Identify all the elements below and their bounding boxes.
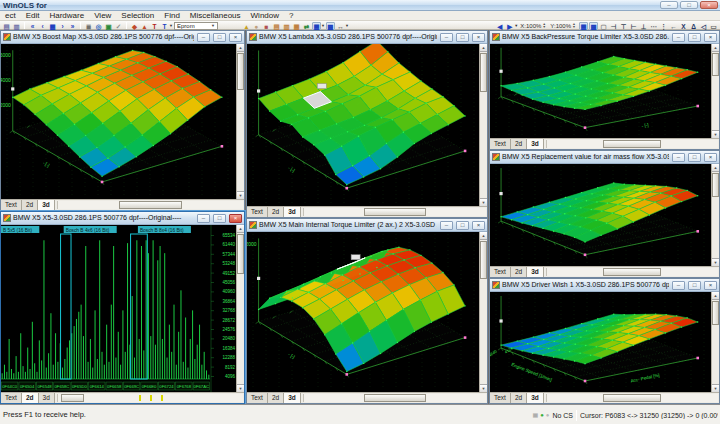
tab-text[interactable]: Text bbox=[1, 393, 22, 403]
window-titlebar[interactable]: BMW X5 Lambda X5-3.0SD 286.1PS 500776 dp… bbox=[247, 31, 487, 44]
scroll-down-icon[interactable]: ▼ bbox=[480, 384, 487, 392]
tab-text[interactable]: Text bbox=[247, 393, 268, 403]
window-titlebar[interactable]: BMW X5 BackPressure Torque Limiter X5-3.… bbox=[490, 31, 719, 44]
overview-hex-hex-plot[interactable]: B 5x5 (16 Bit)Bosch B 4x6 (16 Bit)Bosch … bbox=[1, 225, 236, 392]
eprom-selector[interactable]: Eprom▼ bbox=[174, 22, 218, 30]
text-x-icon[interactable]: X bbox=[679, 22, 688, 30]
maps-pack-2d-icon[interactable]: ▤ bbox=[272, 22, 281, 30]
nav-next-version-icon[interactable]: › bbox=[58, 22, 67, 30]
app-titlebar[interactable]: WinOLS for – □ × bbox=[0, 0, 720, 11]
minimize-button[interactable]: – bbox=[440, 221, 453, 230]
scrollbar-thumb[interactable] bbox=[603, 268, 661, 276]
spinner-icon[interactable]: ▲▼ bbox=[571, 23, 577, 29]
tab-2d[interactable]: 2d bbox=[268, 207, 284, 217]
sync-connect-icon[interactable]: ⇄ bbox=[302, 22, 311, 30]
scroll-up-icon[interactable]: ▲ bbox=[712, 164, 719, 172]
window-titlebar[interactable]: BMW X5 Replacement value for air mass fl… bbox=[490, 151, 719, 164]
align-left-icon[interactable]: ⊣ bbox=[609, 22, 618, 30]
origin-icon[interactable]: ▭ bbox=[709, 22, 718, 30]
horizontal-scrollbar[interactable] bbox=[546, 140, 718, 148]
play-back-icon[interactable]: ◁ bbox=[699, 22, 708, 30]
map-list-icon[interactable]: ≣ bbox=[84, 22, 93, 30]
vertical-scrollbar[interactable]: ▲▼ bbox=[711, 164, 719, 266]
scrollbar-thumb[interactable] bbox=[119, 201, 182, 209]
scrollbar-thumb[interactable] bbox=[364, 208, 426, 216]
minimize-button[interactable]: – bbox=[660, 1, 678, 9]
close-button[interactable]: × bbox=[229, 214, 242, 223]
x-zoom-control[interactable]: X:100%▲▼ bbox=[520, 23, 547, 29]
scroll-down-icon[interactable]: ▼ bbox=[712, 258, 719, 266]
map-region-labels[interactable]: B 5x5 (16 Bit)Bosch B 4x6 (16 Bit)Bosch … bbox=[1, 226, 191, 233]
scroll-up-icon[interactable]: ▲ bbox=[480, 44, 487, 52]
maximize-button[interactable]: □ bbox=[688, 33, 701, 42]
maximize-button[interactable]: □ bbox=[456, 33, 469, 42]
vertical-scrollbar[interactable]: ▲▼ bbox=[236, 225, 244, 392]
search-icon[interactable]: ◎ bbox=[94, 22, 103, 30]
align-right-icon[interactable]: ⊢ bbox=[629, 22, 638, 30]
spinner-icon[interactable]: ▲▼ bbox=[541, 23, 547, 29]
scroll-down-icon[interactable]: ▼ bbox=[712, 130, 719, 138]
undo-icon[interactable]: ← bbox=[669, 22, 678, 30]
horizontal-scrollbar[interactable] bbox=[546, 268, 718, 276]
window-titlebar[interactable]: BMW X5 X5-3.0SD 286.1PS 500776 dpf----Or… bbox=[1, 212, 244, 225]
window-titlebar[interactable]: BMW X5 Boost Map X5-3.0SD 286.1PS 500776… bbox=[1, 31, 244, 44]
close-button[interactable]: × bbox=[704, 281, 717, 290]
scroll-up-icon[interactable]: ▲ bbox=[712, 44, 719, 52]
scrollbar-thumb[interactable] bbox=[364, 394, 426, 402]
horizontal-scrollbar[interactable] bbox=[303, 394, 486, 402]
next-map-icon[interactable]: ▶ bbox=[505, 22, 514, 30]
tab-3d[interactable]: 3d bbox=[284, 393, 301, 403]
distribute-h-icon[interactable]: ⋯ bbox=[649, 22, 658, 30]
user-icon[interactable]: ● bbox=[252, 22, 261, 30]
fit-width-button[interactable]: ↔ bbox=[336, 22, 345, 30]
menu-item-hardware[interactable]: Hardware bbox=[44, 11, 89, 20]
scrollbar-thumb[interactable] bbox=[712, 53, 719, 76]
close-button[interactable]: × bbox=[472, 33, 485, 42]
vertical-scrollbar[interactable]: ▲▼ bbox=[236, 44, 244, 199]
scroll-up-icon[interactable]: ▲ bbox=[480, 232, 487, 240]
maximize-button[interactable]: □ bbox=[213, 33, 226, 42]
align-bottom-icon[interactable]: ⊥ bbox=[639, 22, 648, 30]
tab-3d[interactable]: 3d bbox=[527, 139, 544, 149]
maximize-button[interactable]: □ bbox=[688, 153, 701, 162]
horizontal-scrollbar[interactable] bbox=[57, 394, 243, 402]
text-mode-icon[interactable]: T bbox=[150, 22, 159, 30]
tab-3d[interactable]: 3d bbox=[284, 207, 301, 217]
scrollbar-thumb[interactable] bbox=[712, 301, 719, 325]
menu-item-view[interactable]: View bbox=[89, 11, 116, 20]
menu-item-selection[interactable]: Selection bbox=[116, 11, 159, 20]
prev-map-icon[interactable]: ◀ bbox=[495, 22, 504, 30]
tab-text[interactable]: Text bbox=[1, 200, 22, 210]
maps-pack-axis-icon[interactable]: ▦ bbox=[292, 22, 301, 30]
scrollbar-thumb[interactable] bbox=[237, 234, 244, 274]
tab-3d[interactable]: 3d bbox=[38, 200, 55, 210]
align-top-icon[interactable]: ⊤ bbox=[619, 22, 628, 30]
map-selection-boxes[interactable] bbox=[61, 234, 148, 379]
scrollbar-thumb[interactable] bbox=[237, 53, 244, 90]
tab-2d[interactable]: 2d bbox=[511, 267, 527, 277]
menu-item-project[interactable]: ect bbox=[0, 11, 21, 20]
minimize-button[interactable]: – bbox=[672, 33, 685, 42]
scroll-up-icon[interactable]: ▲ bbox=[237, 225, 244, 233]
close-button[interactable]: × bbox=[700, 1, 718, 9]
menu-item-window[interactable]: Window bbox=[246, 11, 284, 20]
horizontal-scrollbar[interactable] bbox=[303, 208, 486, 216]
chevron-down-icon[interactable]: ▼ bbox=[321, 23, 325, 28]
nav-prev-version-icon[interactable]: ‹ bbox=[38, 22, 47, 30]
chevron-down-icon[interactable]: ▼ bbox=[345, 23, 349, 28]
client-monitor-icon[interactable]: ▣ bbox=[104, 22, 113, 30]
tab-2d[interactable]: 2d bbox=[22, 200, 38, 210]
delta-icon[interactable]: Δ bbox=[689, 22, 698, 30]
minimize-button[interactable]: – bbox=[197, 214, 210, 223]
scroll-down-icon[interactable]: ▼ bbox=[237, 191, 244, 199]
vertical-scrollbar[interactable]: ▲▼ bbox=[711, 44, 719, 138]
checksum-icon[interactable]: ✓ bbox=[114, 22, 123, 30]
distribute-v-icon[interactable]: ⋮ bbox=[659, 22, 668, 30]
tab-2d[interactable]: 2d bbox=[511, 139, 527, 149]
menu-item-find[interactable]: Find bbox=[159, 11, 185, 20]
close-button[interactable]: × bbox=[704, 33, 717, 42]
main-torque-limiter-surface-plot[interactable]: 2000- [-] bbox=[247, 232, 479, 392]
airmass-replacement-surface-plot[interactable] bbox=[490, 164, 711, 266]
backpressure-limiter-surface-plot[interactable]: - [-] bbox=[490, 44, 711, 138]
scroll-down-icon[interactable]: ▼ bbox=[712, 384, 719, 392]
